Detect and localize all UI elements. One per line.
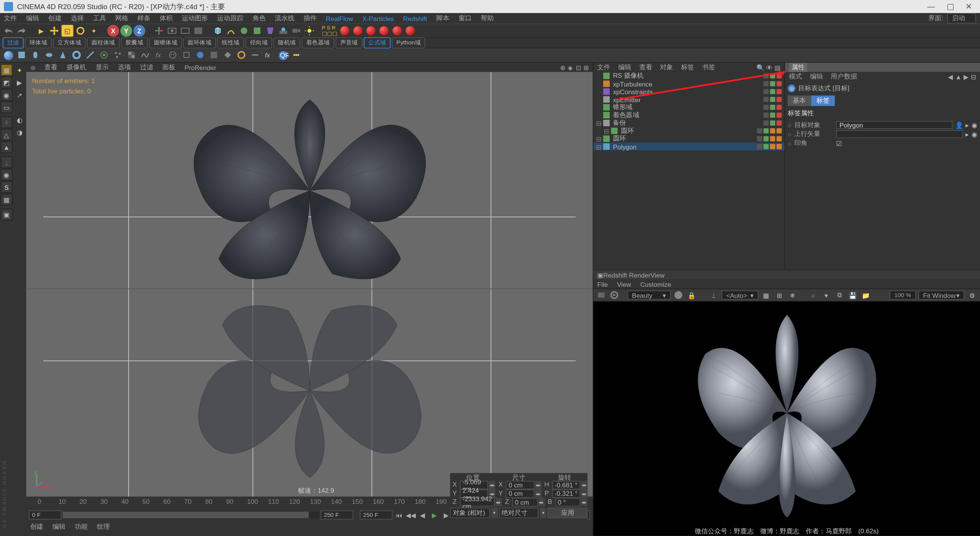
- rs-folder-icon[interactable]: 📁: [860, 290, 871, 300]
- spline-pen-button[interactable]: [225, 25, 237, 37]
- field-icon-16[interactable]: [209, 49, 220, 61]
- coord-size-X[interactable]: 0 cm: [506, 481, 534, 489]
- filter-formula[interactable]: 公式域: [364, 37, 390, 48]
- obj-search-icon[interactable]: 🔍: [756, 64, 764, 71]
- menu-mesh[interactable]: 网格: [115, 14, 128, 23]
- render-pv-button[interactable]: [179, 25, 191, 37]
- menu-pipeline[interactable]: 流水线: [275, 14, 294, 23]
- select-tool[interactable]: ▶: [35, 25, 47, 37]
- rs-lock-icon[interactable]: 🔒: [686, 290, 697, 300]
- tree-row-5[interactable]: 着色器域: [593, 111, 784, 119]
- tree-row-3[interactable]: xpEmitter: [593, 96, 784, 104]
- rs-circle-icon[interactable]: ○: [808, 290, 818, 300]
- field-icon-1[interactable]: [3, 49, 15, 61]
- menu-file[interactable]: 文件: [4, 14, 17, 23]
- field-icon-7[interactable]: [85, 49, 97, 61]
- last-tool[interactable]: ✦: [88, 25, 100, 37]
- menu-edit[interactable]: 编辑: [26, 14, 39, 23]
- attr-target-pick-icon[interactable]: 👤: [955, 121, 963, 129]
- lt-model[interactable]: ◩: [1, 77, 13, 88]
- filter-all[interactable]: 过滤: [3, 37, 24, 48]
- obj-menu-edit[interactable]: 编辑: [618, 63, 631, 72]
- field-icon-14[interactable]: [181, 49, 193, 61]
- coord-apply-button[interactable]: 应用: [548, 508, 588, 518]
- field-icon-15[interactable]: [195, 49, 207, 61]
- rs-settings-icon[interactable]: ⚙: [967, 290, 977, 300]
- vp-menu-view[interactable]: 查看: [44, 63, 57, 72]
- attr-nav-back[interactable]: ◀: [948, 73, 953, 80]
- axis-y-toggle[interactable]: Y: [120, 25, 132, 37]
- coord-mode-1[interactable]: 对象 (相对): [450, 508, 490, 518]
- obj-menu-view[interactable]: 查看: [639, 63, 652, 72]
- menu-character[interactable]: 角色: [253, 14, 266, 23]
- lt-polys[interactable]: ▲: [1, 141, 13, 153]
- tree-row-9[interactable]: ⊟Polygon: [593, 143, 784, 151]
- camera-button[interactable]: [291, 25, 302, 37]
- time-prev-frame[interactable]: ◀: [417, 510, 428, 520]
- tab-function[interactable]: 功能: [75, 522, 88, 531]
- menu-tools[interactable]: 工具: [93, 14, 106, 23]
- field-icon-17[interactable]: [222, 49, 234, 61]
- filter-shader[interactable]: 着色器域: [302, 37, 334, 48]
- coord-size-Y[interactable]: 0 cm: [506, 489, 534, 498]
- primitive-cube-button[interactable]: [212, 25, 224, 37]
- rs-bucket-dropdown[interactable]: <Auto> ▾: [722, 291, 758, 300]
- rs-aov-dropdown[interactable]: Beauty ▾: [627, 291, 671, 300]
- coord-pos-Z[interactable]: -2333.942 cm: [460, 498, 495, 507]
- field-icon-12[interactable]: fx: [154, 49, 166, 61]
- coord-system-button[interactable]: [153, 25, 165, 37]
- tree-row-7[interactable]: ⊟圆环: [593, 127, 784, 135]
- lt-viewport[interactable]: ◉: [1, 169, 13, 181]
- time-goto-start[interactable]: ⏮: [394, 510, 404, 520]
- filter-sphere[interactable]: 球体域: [25, 37, 52, 48]
- tree-row-4[interactable]: 锥形域: [593, 103, 784, 111]
- filter-random[interactable]: 随机域: [273, 37, 300, 48]
- coord-size-Z[interactable]: 0 cm: [512, 498, 537, 507]
- rs-render-button[interactable]: [596, 290, 606, 300]
- menu-window[interactable]: 窗口: [459, 14, 472, 23]
- time-prev-key[interactable]: ◀◀: [406, 510, 416, 520]
- rs-render-view[interactable]: 微信公众号：野鹿志 微博：野鹿志 作者：马鹿野郎 (0.62s): [593, 302, 980, 536]
- lt-texture[interactable]: ◉: [1, 89, 13, 101]
- filter-capsule[interactable]: 胶囊域: [121, 37, 148, 48]
- rs-save-icon[interactable]: 💾: [847, 290, 858, 300]
- filter-linear[interactable]: 线性域: [217, 37, 244, 48]
- coord-rot-Y[interactable]: -0.321 °: [552, 489, 580, 498]
- coord-rot-Z[interactable]: 0 °: [555, 498, 580, 507]
- filter-cylinder[interactable]: 圆柱体域: [87, 37, 119, 48]
- nurbs-button[interactable]: [238, 25, 250, 37]
- vp-menu-camera[interactable]: 摄像机: [67, 63, 86, 72]
- tree-row-2[interactable]: xpConstraints: [593, 88, 784, 96]
- menu-xparticles[interactable]: X-Particles: [362, 15, 394, 22]
- tree-row-0[interactable]: RS 摄像机: [593, 72, 784, 80]
- object-tree[interactable]: RS 摄像机xpTurbulencexpConstraintsxpEmitter…: [593, 72, 784, 270]
- attr-upvector-arrow-icon[interactable]: ▸: [965, 131, 969, 138]
- vp-nav-1[interactable]: ⊕: [560, 64, 565, 71]
- field-icon-11[interactable]: [140, 49, 152, 61]
- tab-edit[interactable]: 编辑: [52, 522, 65, 531]
- attr-tab-tag[interactable]: 标签: [811, 96, 835, 106]
- light-button[interactable]: [304, 25, 315, 37]
- rs-snow-icon[interactable]: ❄: [787, 290, 797, 300]
- field-icon-5[interactable]: [57, 49, 69, 61]
- render-view-button[interactable]: [166, 25, 178, 37]
- close-button[interactable]: ✕: [965, 2, 972, 11]
- axis-z-toggle[interactable]: Z: [134, 25, 145, 37]
- field-icon-3[interactable]: [30, 49, 42, 61]
- field-icon-13[interactable]: [167, 49, 179, 61]
- attr-nav-fwd[interactable]: ▶: [964, 73, 969, 80]
- field-icon-4[interactable]: [44, 49, 56, 61]
- tree-row-8[interactable]: ⊟圆环: [593, 135, 784, 143]
- render-settings-button[interactable]: [192, 25, 204, 37]
- move-tool[interactable]: [48, 25, 60, 37]
- lt-points[interactable]: ⁘: [1, 116, 13, 128]
- obj-menu-file[interactable]: 文件: [597, 63, 610, 72]
- lt-axis[interactable]: ⟂: [1, 156, 13, 168]
- field-icon-6[interactable]: [71, 49, 83, 61]
- axis-x-toggle[interactable]: X: [107, 25, 119, 37]
- red-sphere-6[interactable]: [404, 25, 416, 37]
- rs-menu-view[interactable]: View: [617, 280, 631, 288]
- filter-torus[interactable]: 圆环体域: [183, 37, 216, 48]
- attr-nav-menu[interactable]: ⊟: [971, 73, 976, 80]
- vp-menu-filter[interactable]: 过滤: [140, 63, 153, 72]
